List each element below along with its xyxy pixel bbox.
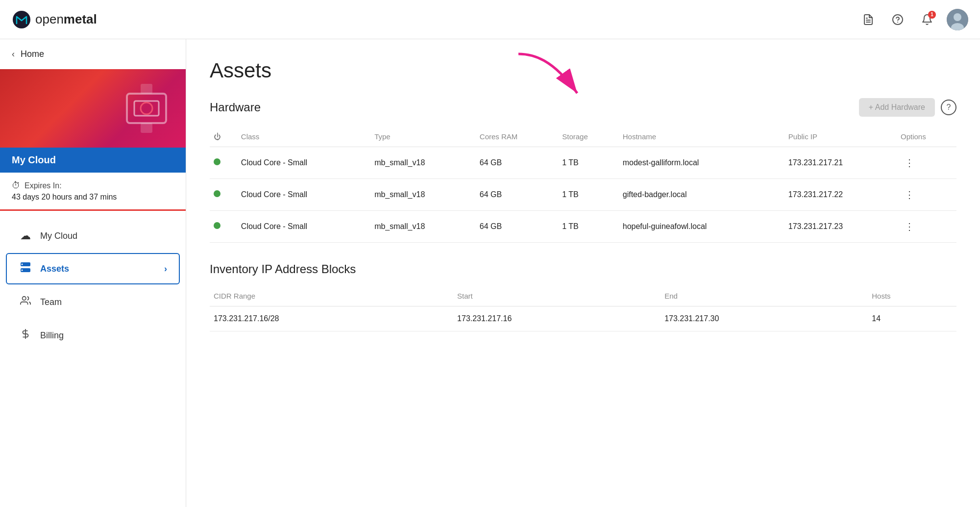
svg-rect-11 (141, 84, 152, 94)
logo-icon (12, 10, 31, 29)
back-arrow-icon: ‹ (12, 49, 15, 59)
hw-cell-public-ip: 173.231.217.23 (784, 211, 897, 243)
hw-cell-hostname: hopeful-guineafowl.local (619, 211, 784, 243)
hardware-help-button[interactable]: ? (941, 100, 956, 115)
svg-point-17 (23, 297, 26, 300)
ip-cell-start: 173.231.217.16 (453, 306, 661, 331)
sidebar-home-link[interactable]: ‹ Home (0, 39, 186, 69)
status-dot-1 (214, 190, 220, 197)
hw-cell-cores: 64 GB (476, 211, 558, 243)
logo-text: openmetal (35, 12, 97, 27)
hw-col-cores: Cores RAM (476, 127, 558, 147)
hw-cell-type: mb_small_v18 (370, 211, 476, 243)
svg-point-15 (22, 264, 23, 265)
options-menu-button-2[interactable]: ⋮ (901, 219, 918, 234)
svg-point-6 (954, 13, 961, 21)
hw-cell-storage: 1 TB (558, 147, 618, 179)
hw-cell-options[interactable]: ⋮ (897, 211, 956, 243)
header-icons: 1 (858, 9, 968, 30)
hardware-section: Hardware + Add Hardware ? ⏻ (210, 98, 956, 243)
user-avatar[interactable] (947, 9, 968, 30)
hw-cell-options[interactable]: ⋮ (897, 179, 956, 211)
hw-cell-status (210, 147, 237, 179)
options-menu-button-0[interactable]: ⋮ (901, 155, 918, 171)
ip-col-end: End (661, 286, 868, 306)
svg-point-10 (141, 102, 152, 114)
hardware-section-header: Hardware + Add Hardware ? (210, 98, 956, 117)
hw-cell-storage: 1 TB (558, 179, 618, 211)
main-layout: ‹ Home My Cloud ⏱ Expires In: 43 days 20… (0, 39, 980, 507)
hw-cell-hostname: modest-galliform.local (619, 147, 784, 179)
my-cloud-bar: My Cloud (0, 148, 186, 173)
main-content: Assets Hardware + Add Hardware ? (186, 39, 980, 507)
hw-cell-hostname: gifted-badger.local (619, 179, 784, 211)
assets-icon (19, 262, 32, 276)
svg-rect-12 (141, 123, 152, 133)
svg-point-0 (13, 11, 30, 28)
hw-cell-class: Cloud Core - Small (237, 147, 370, 179)
hw-col-type: Type (370, 127, 476, 147)
ip-cell-hosts: 14 (868, 306, 956, 331)
hw-table-row: Cloud Core - Small mb_small_v18 64 GB 1 … (210, 211, 956, 243)
clock-icon: ⏱ (12, 180, 21, 191)
ip-table-row: 173.231.217.16/28 173.231.217.16 173.231… (210, 306, 956, 331)
hw-cell-storage: 1 TB (558, 211, 618, 243)
expires-time: 43 days 20 hours and 37 mins (12, 193, 174, 202)
hw-cell-public-ip: 173.231.217.21 (784, 147, 897, 179)
notification-badge: 1 (928, 11, 936, 19)
sidebar-banner (0, 69, 186, 148)
hw-cell-status (210, 179, 237, 211)
ip-col-hosts: Hosts (868, 286, 956, 306)
hw-col-options: Options (897, 127, 956, 147)
add-hardware-button[interactable]: + Add Hardware (859, 98, 935, 117)
inventory-section-header: Inventory IP Address Blocks (210, 262, 956, 276)
notification-icon-button[interactable]: 1 (917, 10, 937, 29)
sidebar-nav: ☁ My Cloud Assets › (0, 211, 186, 361)
svg-rect-8 (127, 94, 166, 123)
hw-table-row: Cloud Core - Small mb_small_v18 64 GB 1 … (210, 179, 956, 211)
hw-col-storage: Storage (558, 127, 618, 147)
hw-cell-cores: 64 GB (476, 147, 558, 179)
hw-cell-cores: 64 GB (476, 179, 558, 211)
ip-cell-end: 173.231.217.30 (661, 306, 868, 331)
billing-icon (19, 329, 32, 342)
page-title: Assets (210, 59, 956, 82)
hw-col-hostname: Hostname (619, 127, 784, 147)
team-icon (19, 295, 32, 309)
hardware-table: ⏻ Class Type Cores RAM Storage Hostname … (210, 127, 956, 243)
hw-cell-status (210, 211, 237, 243)
help-icon-button[interactable] (888, 10, 907, 29)
hardware-actions: + Add Hardware ? (859, 98, 956, 117)
hw-cell-class: Cloud Core - Small (237, 211, 370, 243)
hw-col-status: ⏻ (210, 127, 237, 147)
sidebar-item-team-label: Team (40, 297, 62, 307)
hw-cell-type: mb_small_v18 (370, 147, 476, 179)
inventory-table: CIDR Range Start End Hosts 173.231.217.1… (210, 286, 956, 331)
sidebar-item-billing[interactable]: Billing (6, 320, 180, 351)
sidebar-item-assets-label: Assets (40, 264, 69, 274)
hw-cell-type: mb_small_v18 (370, 179, 476, 211)
hw-col-class: Class (237, 127, 370, 147)
svg-point-16 (22, 270, 23, 271)
expires-label-text: Expires In: (24, 181, 62, 190)
hw-table-row: Cloud Core - Small mb_small_v18 64 GB 1 … (210, 147, 956, 179)
cloud-icon: ☁ (19, 229, 32, 242)
hw-cell-options[interactable]: ⋮ (897, 147, 956, 179)
inventory-section: Inventory IP Address Blocks CIDR Range S… (210, 262, 956, 331)
sidebar-item-team[interactable]: Team (6, 286, 180, 318)
ip-col-start: Start (453, 286, 661, 306)
ip-col-cidr: CIDR Range (210, 286, 453, 306)
sidebar-item-my-cloud[interactable]: ☁ My Cloud (6, 221, 180, 251)
docs-icon-button[interactable] (858, 10, 878, 29)
options-menu-button-1[interactable]: ⋮ (901, 187, 918, 203)
hw-cell-public-ip: 173.231.217.22 (784, 179, 897, 211)
home-label: Home (21, 49, 44, 59)
sidebar-item-my-cloud-label: My Cloud (40, 231, 77, 241)
top-header: openmetal 1 (0, 0, 980, 39)
hw-col-public-ip: Public IP (784, 127, 897, 147)
logo[interactable]: openmetal (12, 10, 97, 29)
expires-section: ⏱ Expires In: 43 days 20 hours and 37 mi… (0, 173, 186, 211)
hardware-section-title: Hardware (210, 101, 261, 114)
ip-cell-cidr: 173.231.217.16/28 (210, 306, 453, 331)
sidebar-item-assets[interactable]: Assets › (6, 253, 180, 284)
